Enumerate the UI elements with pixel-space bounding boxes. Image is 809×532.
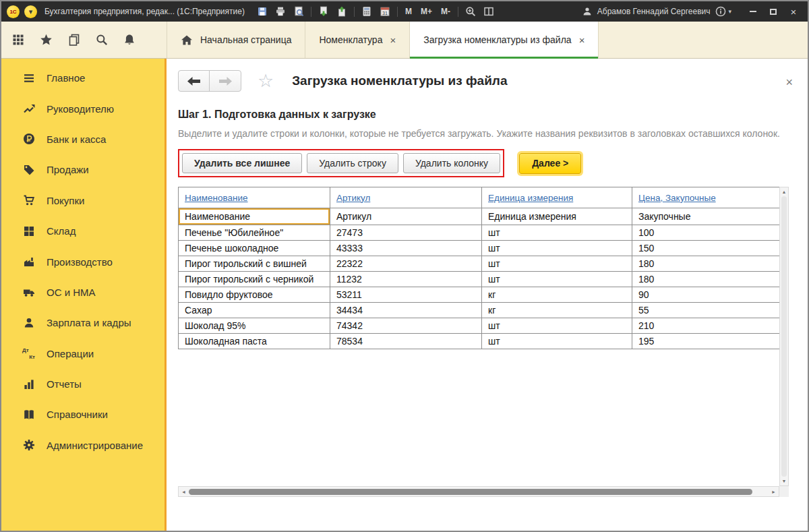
vertical-scroll-thumb[interactable] [781,196,787,477]
table-row[interactable]: Печенье шоколадное43333шт150 [179,241,780,256]
column-header[interactable]: Наименование [179,187,330,208]
table-cell[interactable]: шт [482,241,632,256]
table-cell[interactable]: шт [482,318,632,334]
delete-all-button[interactable]: Удалить все лишнее [182,153,302,173]
column-link[interactable]: Артикул [336,193,370,203]
memory-m-plus-button[interactable]: M+ [419,7,433,16]
favorite-star-icon[interactable]: ☆ [258,72,274,90]
calendar-icon[interactable]: 31 [379,5,391,18]
table-cell[interactable]: Печенье шоколадное [179,241,330,256]
apps-grid-icon[interactable] [12,34,24,46]
sidebar-item-references[interactable]: Справочники [1,399,164,430]
table-row[interactable]: Пирог тирольский с вишней22322шт180 [179,256,780,272]
close-icon[interactable]: × [390,35,396,45]
info-button[interactable]: ▾ [715,5,731,18]
table-cell[interactable]: шт [482,256,632,272]
memory-m-button[interactable]: M [404,7,413,16]
minimize-button[interactable] [744,4,762,19]
scroll-down-icon[interactable]: ▼ [782,479,787,483]
maximize-button[interactable] [765,4,782,19]
save-icon[interactable] [256,5,268,18]
calculator-icon[interactable] [361,5,373,18]
sidebar-item-production[interactable]: Производство [1,246,164,276]
table-cell[interactable]: Шоколад 95% [179,318,330,334]
table-cell[interactable]: 55 [632,303,780,318]
scroll-up-icon[interactable]: ▲ [782,189,787,194]
table-cell[interactable]: 100 [632,225,780,241]
memory-m-minus-button[interactable]: M- [440,7,452,16]
column-header[interactable]: Единица измерения [482,187,632,208]
sidebar-item-bank-cash[interactable]: Банк и касса [1,124,164,154]
table-cell[interactable]: Повидло фруктовое [179,287,330,303]
sidebar-item-sales[interactable]: Продажи [1,154,164,185]
table-cell[interactable]: 180 [632,256,780,272]
column-header[interactable]: Цена, Закупочные [632,187,780,208]
table-cell[interactable]: 195 [632,334,780,349]
table-cell[interactable]: Закупочные [632,208,780,225]
table-cell[interactable]: 78534 [330,334,482,349]
table-cell[interactable]: Пирог тирольский с черникой [179,272,330,287]
back-button[interactable] [179,71,210,91]
column-header[interactable]: Артикул [330,187,482,208]
main-menu-icon[interactable]: ▾ [24,5,37,18]
table-cell[interactable]: Пирог тирольский с вишней [179,256,330,272]
forward-button[interactable] [210,71,241,91]
delete-row-button[interactable]: Удалить строку [307,153,398,173]
notifications-bell-icon[interactable] [123,34,136,46]
sidebar-item-administration[interactable]: Администрирование [1,430,164,461]
table-cell[interactable]: кг [482,287,632,303]
sidebar-item-payroll-hr[interactable]: Зарплата и кадры [1,307,164,338]
table-cell[interactable]: Единица измерения [482,208,632,225]
table-cell[interactable]: Печенье "Юбилейное" [179,225,330,241]
scroll-left-icon[interactable]: ◄ [181,490,186,494]
table-cell[interactable]: Шоколадная паста [179,334,330,349]
tab-nomenklatura[interactable]: Номенклатура × [305,22,410,58]
table-cell[interactable]: 210 [632,318,780,334]
favorites-star-icon[interactable] [40,34,53,46]
table-cell[interactable]: 74342 [330,318,482,334]
table-row[interactable]: Шоколад 95%74342шт210 [179,318,780,334]
history-icon[interactable] [68,34,80,46]
table-cell[interactable]: 34434 [330,303,482,318]
next-button[interactable]: Далее > [519,153,581,174]
table-cell[interactable]: Артикул [330,208,482,225]
print-icon[interactable] [274,5,287,18]
print-preview-icon[interactable] [293,5,305,18]
table-row[interactable]: Пирог тирольский с черникой11232шт180 [179,272,780,287]
delete-column-button[interactable]: Удалить колонку [403,153,500,173]
column-link[interactable]: Наименование [185,193,248,203]
vertical-scrollbar[interactable]: ▲ ▼ [779,187,789,486]
table-cell[interactable]: Сахар [179,303,330,318]
close-button[interactable]: × [785,4,802,19]
column-link[interactable]: Единица измерения [488,193,573,203]
table-cell[interactable]: 53211 [330,287,482,303]
tab-file-load[interactable]: Загрузка номенклатуры из файла × [410,22,599,58]
table-cell[interactable]: шт [482,334,632,349]
user-menu[interactable]: Абрамов Геннадий Сергеевич [581,5,711,18]
sidebar-item-main[interactable]: Главное [1,63,164,93]
table-row[interactable]: Шоколадная паста78534шт195 [179,334,780,349]
table-row[interactable]: Сахар34434кг55 [179,303,780,318]
table-row[interactable]: Печенье "Юбилейное"27473шт100 [179,225,780,241]
split-window-icon[interactable] [483,5,495,18]
table-cell[interactable]: 150 [632,241,780,256]
sidebar-item-operations[interactable]: ДтКт Операции [1,338,164,369]
sidebar-item-fixed-assets[interactable]: ОС и НМА [1,277,164,307]
scroll-right-icon[interactable]: ► [771,490,776,494]
close-icon[interactable]: × [579,35,585,45]
sidebar-item-manager[interactable]: Руководителю [1,93,164,123]
zoom-icon[interactable] [465,5,477,18]
table-cell-highlighted[interactable]: Наименование [179,208,330,225]
export-file-icon[interactable] [318,5,330,18]
horizontal-scroll-thumb[interactable] [189,489,752,495]
horizontal-scrollbar[interactable]: ◄ ► [178,486,779,497]
table-cell[interactable]: шт [482,272,632,287]
sidebar-item-reports[interactable]: Отчеты [1,369,164,399]
table-cell[interactable]: 27473 [330,225,482,241]
table-cell[interactable]: 22322 [330,256,482,272]
table-cell[interactable]: шт [482,225,632,241]
table-row[interactable]: Повидло фруктовое53211кг90 [179,287,780,303]
table-cell[interactable]: 11232 [330,272,482,287]
table-cell[interactable]: кг [482,303,632,318]
table-cell[interactable]: 180 [632,272,780,287]
